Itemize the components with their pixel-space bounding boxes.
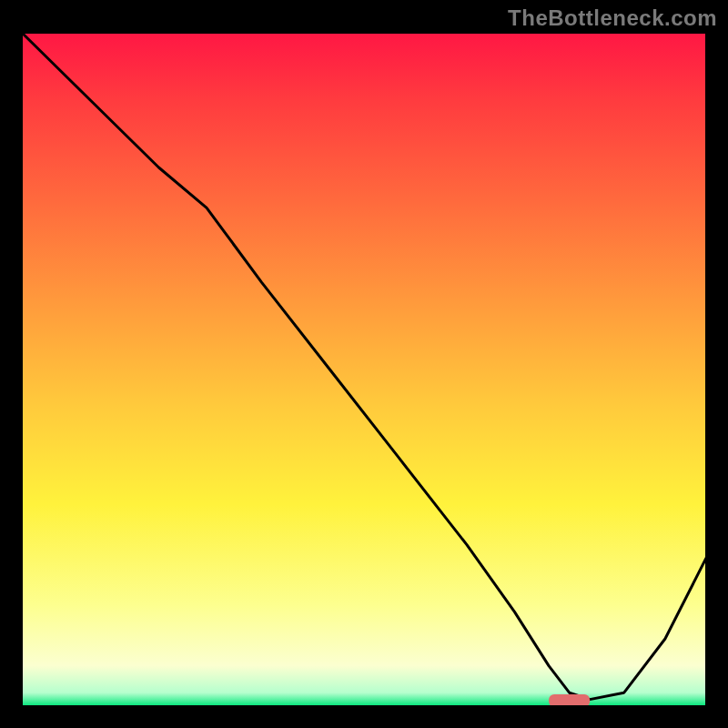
target-marker	[549, 694, 590, 706]
chart-svg	[22, 33, 706, 706]
plot-area	[22, 33, 706, 706]
watermark-text: TheBottleneck.com	[508, 5, 717, 31]
chart-container: TheBottleneck.com	[0, 0, 728, 728]
